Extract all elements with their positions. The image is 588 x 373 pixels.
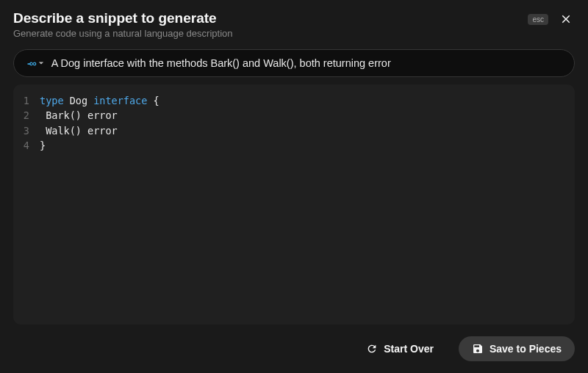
header-text: Describe a snippet to generate Generate … (13, 10, 233, 39)
modal-footer: Start Over Save to Pieces (0, 325, 588, 373)
modal-header: Describe a snippet to generate Generate … (0, 0, 588, 46)
save-button[interactable]: Save to Pieces (459, 336, 575, 361)
close-icon (559, 12, 573, 26)
header-actions: esc (528, 10, 575, 28)
line-number: 1 (13, 93, 40, 108)
code-content: } (40, 138, 46, 153)
code-panel: 1type Dog interface {2 Bark() error3 Wal… (13, 84, 575, 325)
code-line: 4} (13, 138, 575, 153)
code-content: Walk() error (40, 123, 118, 138)
save-icon (472, 343, 484, 355)
refresh-icon (366, 343, 378, 355)
save-label: Save to Pieces (490, 343, 562, 355)
code-line: 3 Walk() error (13, 123, 575, 138)
esc-badge: esc (528, 14, 548, 25)
prompt-input-wrapper[interactable]: -∞ A Dog interface with the methods Bark… (13, 49, 575, 77)
close-button[interactable] (557, 10, 575, 28)
language-selector[interactable]: -∞ (27, 57, 44, 69)
start-over-label: Start Over (384, 343, 434, 355)
snippet-modal: Describe a snippet to generate Generate … (0, 0, 588, 373)
line-number: 2 (13, 108, 40, 123)
modal-title: Describe a snippet to generate (13, 10, 233, 26)
chevron-down-icon (38, 60, 44, 66)
line-number: 4 (13, 138, 40, 153)
code-content: Bark() error (40, 108, 118, 123)
code-line: 1type Dog interface { (13, 93, 575, 108)
go-icon: -∞ (27, 57, 35, 69)
modal-subtitle: Generate code using a natural language d… (13, 28, 233, 39)
line-number: 3 (13, 123, 40, 138)
code-line: 2 Bark() error (13, 108, 575, 123)
start-over-button[interactable]: Start Over (353, 336, 447, 361)
prompt-text[interactable]: A Dog interface with the methods Bark() … (51, 57, 561, 69)
code-content: type Dog interface { (40, 93, 159, 108)
